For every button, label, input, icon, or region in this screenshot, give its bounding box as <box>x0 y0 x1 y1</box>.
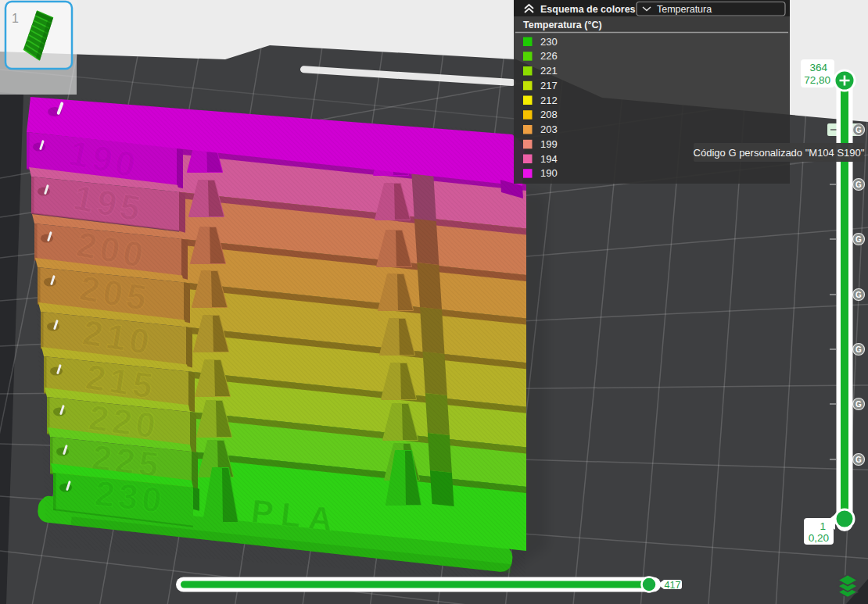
svg-text:417: 417 <box>665 580 681 591</box>
svg-text:230: 230 <box>540 36 558 48</box>
svg-text:G: G <box>855 235 862 244</box>
svg-text:212: 212 <box>540 95 558 106</box>
svg-text:199: 199 <box>540 138 558 150</box>
svg-text:Código G personalizado "M104 S: Código G personalizado "M104 S190" <box>694 147 865 159</box>
svg-text:194: 194 <box>540 153 558 165</box>
svg-text:364: 364 <box>809 62 827 73</box>
svg-text:G: G <box>855 126 862 134</box>
svg-text:G: G <box>855 345 862 354</box>
svg-text:217: 217 <box>540 80 558 91</box>
svg-text:Temperatura (°C): Temperatura (°C) <box>523 20 602 30</box>
svg-text:Esquema de colores: Esquema de colores <box>540 4 636 15</box>
svg-text:G: G <box>855 291 862 299</box>
svg-text:190: 190 <box>540 167 558 179</box>
svg-text:226: 226 <box>540 50 558 62</box>
svg-text:221: 221 <box>540 65 558 77</box>
svg-text:0,20: 0,20 <box>809 532 829 544</box>
svg-text:203: 203 <box>540 123 558 135</box>
svg-text:Temperatura: Temperatura <box>657 4 712 15</box>
svg-text:1: 1 <box>820 520 826 532</box>
svg-text:G: G <box>855 180 862 189</box>
svg-text:208: 208 <box>540 109 558 120</box>
svg-text:1: 1 <box>12 12 19 25</box>
svg-text:72,80: 72,80 <box>804 74 830 86</box>
svg-text:G: G <box>855 400 862 409</box>
svg-text:G: G <box>855 456 862 464</box>
